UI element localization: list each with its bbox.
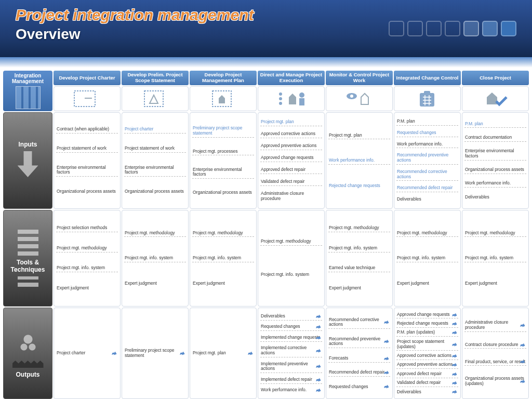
list-item: Deliverables (396, 196, 458, 203)
list-item: Approved defect repair (260, 166, 322, 174)
svg-point-4 (279, 92, 282, 96)
data-columns: Develop Project CharterContract (when ap… (54, 71, 529, 399)
list-item: Project mgt. plan (192, 350, 254, 357)
svg-rect-2 (144, 91, 163, 107)
list-item: Recommended corrective actions (396, 168, 458, 181)
inputs-cell: Project charterProject statement of work… (122, 112, 189, 209)
list-item: Approved corrective actions (260, 130, 322, 138)
column: Develop Project CharterContract (when ap… (54, 71, 121, 399)
list-item: Implemented preventive actions (260, 361, 322, 374)
corner-cell: Integration Management (3, 71, 52, 111)
column-header: Develop Project Charter (54, 71, 121, 85)
row-label-tools: Tools & Techniques (3, 210, 52, 307)
column-header: Close Project (462, 71, 529, 85)
list-item: P.M. plan (396, 118, 458, 126)
list-item: Validated defect repair (260, 178, 322, 186)
svg-point-5 (279, 97, 282, 100)
list-item: Enterprise environmental factors (56, 164, 118, 177)
list-item: Project mgt. methodology (328, 224, 390, 232)
pipes-icon (18, 276, 38, 287)
list-item: Deliverables (260, 313, 322, 321)
list-item: Project mgt. info. system (192, 255, 254, 262)
list-item: Administrative closure procedure (260, 190, 322, 203)
list-item: Requested changes (260, 323, 322, 331)
list-item: Expert judgment (124, 280, 186, 287)
list-item: Approved preventive actions (396, 361, 458, 369)
column-header: Direct and Manage Project Execution (258, 71, 325, 85)
list-item: Preliminary project scope statement (192, 125, 254, 138)
list-item: Recommended preventive actions (396, 152, 458, 165)
column-header: Develop Project Management Plan (190, 71, 257, 85)
list-item: P.M. plan (updates) (396, 329, 458, 337)
list-item: Project mgt. methodology (260, 238, 322, 246)
outputs-cell: Project mgt. plan (190, 308, 257, 399)
list-item: Recommended defect repair (328, 369, 390, 377)
list-item: Project mgt. info. system (328, 245, 390, 252)
list-item: Enterprise environmental factors (124, 164, 186, 177)
tools-cell: Project mgt. methodologyProject mgt. inf… (394, 210, 461, 307)
list-item: Project mgt. processes (192, 148, 254, 156)
row-label-column: Integration Management Inputs Tools & Te… (3, 71, 52, 399)
list-item: Project mgt. methodology (192, 230, 254, 237)
outputs-cell: Preliminary project scope statement (122, 308, 189, 399)
list-item: Requested changes (396, 129, 458, 137)
outputs-cell: Administrative closure procedureContract… (462, 308, 529, 399)
list-item: Deliverables (464, 194, 526, 201)
arrow-down-icon (18, 151, 38, 177)
wave-icon (12, 361, 44, 368)
list-item: Earned value technique (328, 264, 390, 272)
column: Direct and Manage Project ExecutionProje… (258, 71, 325, 399)
column-icon (258, 86, 325, 111)
list-item: Project mgt. info. system (396, 255, 458, 262)
list-item: Approved change requests (396, 311, 458, 319)
column: Monitor & Control Project WorkProject mg… (326, 71, 393, 399)
inputs-cell: Contract (when applicable)Project statem… (54, 112, 121, 209)
list-item: Organizational process assets (56, 188, 118, 195)
list-item: Expert judgment (56, 285, 118, 292)
svg-point-6 (279, 102, 282, 105)
list-item: Project mgt. info. system (124, 255, 186, 262)
list-item: Rejected change requests (328, 182, 390, 190)
list-item: Project mgt. methodology (124, 230, 186, 237)
list-item: P.M. plan (464, 121, 526, 128)
column: Integrated Change ControlP.M. planReques… (394, 71, 461, 399)
svg-rect-11 (420, 93, 434, 107)
list-item: Project selection methods (56, 224, 118, 232)
list-item: Organizational process assets (updates) (464, 375, 526, 388)
list-item: Rejected change requests (396, 320, 458, 328)
list-item: Project mgt. plan (328, 132, 390, 140)
list-item: Project scope statement (updates) (396, 338, 458, 351)
svg-rect-12 (424, 91, 430, 94)
column-header: Develop Prelim. Project Scope Statement (122, 71, 189, 85)
tools-cell: Project mgt. methodologyProject mgt. inf… (190, 210, 257, 307)
list-item: Approved defect repair (396, 370, 458, 378)
list-item: Implemented corrective actions (260, 344, 322, 357)
list-item: Project mgt. methodology (396, 230, 458, 237)
integration-icon (16, 86, 41, 109)
list-item: Validated defect repair (396, 379, 458, 387)
list-item: Forecasts (328, 355, 390, 363)
list-item: Approved preventive actions (260, 142, 322, 150)
list-item: Implemented change requests (260, 334, 322, 342)
column-icon (54, 86, 121, 111)
column: Develop Project Management PlanPrelimina… (190, 71, 257, 399)
slide-header: Project integration management Overview (0, 0, 532, 62)
inputs-cell: P.M. planContract documentationEnterpris… (462, 112, 529, 209)
list-item: Expert judgment (192, 280, 254, 287)
outputs-cell: Approved change requestsRejected change … (394, 308, 461, 399)
list-item: Enterprise environmental factors (464, 148, 526, 161)
outputs-cell: Project charter (54, 308, 121, 399)
inputs-cell: Project mgt. planApproved corrective act… (258, 112, 325, 209)
column-icon (326, 86, 393, 111)
list-item: Project mgt. methodology (56, 245, 118, 252)
matrix-grid: Integration Management Inputs Tools & Te… (0, 62, 532, 399)
row-label-outputs: Outputs (3, 308, 52, 399)
list-item: Work performance info. (396, 141, 458, 149)
list-item: Contract closure procedure (464, 341, 526, 349)
inputs-cell: Preliminary project scope statementProje… (190, 112, 257, 209)
list-item: Organizational process assets (192, 189, 254, 196)
list-item: Recommended corrective actions (328, 316, 390, 329)
svg-point-10 (350, 95, 353, 98)
tools-cell: Project selection methodsProject mgt. me… (54, 210, 121, 307)
list-item: Organizational process assets (464, 166, 526, 174)
